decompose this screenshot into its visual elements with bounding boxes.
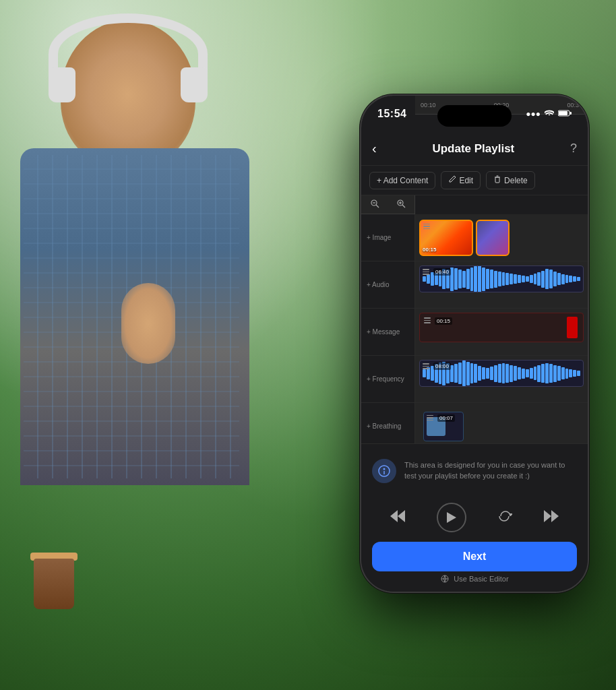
image-clips: 00:15 [415, 214, 588, 261]
test-icon [372, 459, 396, 483]
message-clip-time: 00:15 [435, 317, 452, 325]
page-title: Update Playlist [432, 142, 514, 156]
svg-rect-1 [570, 112, 572, 115]
svg-marker-21 [551, 510, 559, 522]
message-track-label[interactable]: + Message [361, 309, 415, 355]
delete-icon [493, 175, 501, 185]
phone-frame: 15:54 ●●● [360, 94, 589, 593]
basic-editor-label: Use Basic Editor [454, 575, 508, 583]
audio-clip-time: 06:40 [433, 268, 451, 276]
audio-track-content[interactable]: 06:40 [415, 261, 588, 308]
frequency-track: + Frequency 08:00 [361, 356, 588, 403]
person-hand [121, 283, 175, 364]
play-button[interactable] [437, 503, 466, 532]
player-controls [361, 497, 588, 538]
breathing-track-content[interactable]: 00:07 [415, 403, 588, 449]
audio-track: + Audio 06:40 [361, 261, 588, 309]
status-icons: ●●● [526, 109, 572, 119]
signal-icon: ●●● [526, 109, 541, 119]
image-track: + Image 00:15 [361, 214, 588, 261]
image-track-content[interactable]: 00:15 [415, 214, 588, 261]
frequency-waveform[interactable]: 08:00 [419, 360, 584, 387]
svg-line-7 [376, 205, 379, 208]
svg-marker-20 [544, 510, 551, 522]
status-time: 15:54 [377, 108, 406, 120]
edit-button[interactable]: Edit [441, 171, 481, 189]
svg-marker-16 [398, 510, 405, 522]
dynamic-island [437, 105, 512, 127]
battery-icon [558, 109, 572, 119]
message-clip-menu-icon [424, 317, 431, 323]
message-track: + Message 00:15 [361, 309, 588, 356]
next-button[interactable]: Next [372, 542, 577, 571]
audio-clip-menu-icon [423, 269, 429, 275]
frequency-track-label[interactable]: + Frequency [361, 356, 415, 402]
delete-label: Delete [504, 176, 528, 185]
audio-waveform[interactable]: 06:40 [419, 265, 584, 292]
image-clip-1-time: 00:15 [423, 247, 436, 253]
rewind-button[interactable] [390, 510, 405, 526]
freq-clip-menu-icon [423, 363, 429, 369]
wifi-icon [545, 109, 554, 119]
phone-screen: 15:54 ●●● [361, 96, 588, 592]
breathing-clip[interactable]: 00:07 [423, 412, 464, 441]
headphone-left-cup [49, 67, 75, 102]
svg-rect-2 [559, 111, 567, 115]
back-button[interactable]: ‹ [372, 141, 377, 156]
zoom-controls [361, 195, 415, 214]
svg-rect-3 [495, 177, 499, 183]
frequency-clip-time: 08:00 [433, 363, 451, 370]
edit-icon [448, 175, 456, 185]
delete-button[interactable]: Delete [486, 171, 535, 189]
message-track-content[interactable]: 00:15 [415, 309, 588, 355]
coffee-cup [34, 559, 74, 609]
breathing-clip-time: 00:07 [437, 414, 455, 422]
frequency-track-content[interactable]: 08:00 [415, 356, 588, 402]
app-header: ‹ Update Playlist ? [361, 132, 588, 166]
headphone-right-cup [181, 67, 208, 102]
help-icon[interactable]: ? [570, 142, 577, 156]
zoom-out-icon[interactable] [370, 199, 379, 210]
message-clip[interactable]: 00:15 [419, 313, 584, 342]
svg-marker-17 [390, 510, 398, 522]
forward-button[interactable] [544, 510, 559, 526]
breathing-track-label[interactable]: + Breathing [361, 403, 415, 449]
toolbar: + Add Content Edit Delete [361, 166, 588, 195]
svg-point-14 [383, 468, 386, 470]
phone-device: 15:54 ●●● [360, 94, 589, 593]
clip-menu-icon [423, 224, 430, 230]
zoom-in-icon[interactable] [396, 199, 406, 210]
add-content-button[interactable]: + Add Content [369, 172, 435, 189]
svg-marker-18 [447, 512, 456, 523]
audio-track-label[interactable]: + Audio [361, 261, 415, 308]
svg-line-10 [402, 205, 405, 208]
image-clip-1[interactable]: 00:15 [419, 220, 473, 256]
breathing-clips: 00:07 [415, 403, 588, 449]
loop-button[interactable] [497, 510, 512, 526]
edit-label: Edit [459, 176, 473, 185]
image-track-label[interactable]: + Image [361, 214, 415, 261]
test-area: This area is designed for you in case yo… [361, 443, 588, 497]
image-clip-2[interactable] [476, 220, 510, 256]
breathing-clip-menu-icon [427, 415, 433, 421]
bottom-bar: Next Use Basic Editor [361, 504, 588, 592]
basic-editor-button[interactable]: Use Basic Editor [361, 571, 588, 586]
test-description: This area is designed for you in case yo… [404, 460, 577, 481]
message-red-bar [567, 317, 578, 338]
